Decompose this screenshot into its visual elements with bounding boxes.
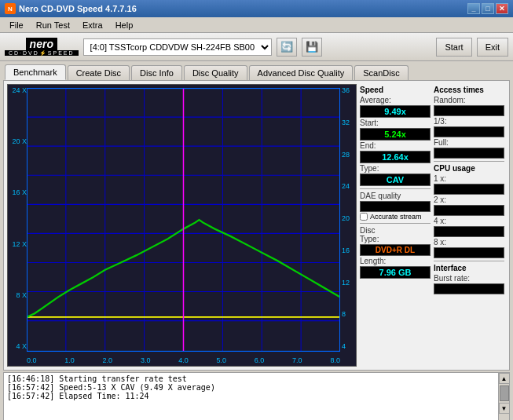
cpu-8-value <box>434 247 504 258</box>
chart-right-labels: 36 32 28 24 20 16 12 8 4 <box>342 85 354 352</box>
chart-right-24: 24 <box>342 182 354 190</box>
chart-x-6: 6.0 <box>255 356 265 364</box>
chart-left-20: 20 X <box>9 137 27 145</box>
chart-inner <box>27 88 340 352</box>
speed-panel: Speed Average: 9.49x Start: 5.24x End: 1… <box>360 86 431 295</box>
accurate-stream-label: Accurate stream <box>370 213 422 221</box>
accurate-stream-checkbox[interactable] <box>360 213 368 221</box>
scroll-down-button[interactable]: ▼ <box>499 403 510 414</box>
refresh-button[interactable]: 🔄 <box>277 38 297 57</box>
random-label: Random: <box>434 96 504 104</box>
chart-right-8: 8 <box>342 310 354 318</box>
cpu-4-value <box>434 226 504 237</box>
chart-x-5: 5.0 <box>216 356 226 364</box>
chart-left-12: 12 X <box>9 240 27 248</box>
onethird-value <box>434 126 504 137</box>
exit-button[interactable]: Exit <box>477 38 508 57</box>
chart-left-4: 4 X <box>9 342 27 350</box>
nero-logo: nero CD·DVD⚡SPEED <box>5 38 79 56</box>
chart-x-3: 3.0 <box>141 356 151 364</box>
right-panels: Speed Average: 9.49x Start: 5.24x End: 1… <box>357 84 506 367</box>
tab-benchmark[interactable]: Benchmark <box>5 64 66 80</box>
menu-extra[interactable]: Extra <box>76 19 109 31</box>
chart-right-12: 12 <box>342 279 354 287</box>
panels-top-row: Speed Average: 9.49x Start: 5.24x End: 1… <box>360 86 506 295</box>
log-line-3: [16:57:42] Elapsed Time: 11:24 <box>7 392 495 400</box>
toolbar: nero CD·DVD⚡SPEED [4:0] TSSTcorp CDDVDW … <box>0 33 513 61</box>
chart-bottom-labels: 0.0 1.0 2.0 3.0 4.0 5.0 6.0 7.0 8.0 <box>27 356 340 364</box>
burst-value <box>434 283 504 294</box>
end-label: End: <box>360 141 431 150</box>
chart-right-28: 28 <box>342 151 354 159</box>
menu-run-test[interactable]: Run Test <box>30 19 76 31</box>
main-content: 24 X 20 X 16 X 12 X 8 X 4 X 36 32 28 24 … <box>3 80 510 371</box>
scroll-up-button[interactable]: ▲ <box>499 373 510 384</box>
minimize-button[interactable]: _ <box>467 3 480 14</box>
disc-type-label: Type: <box>360 235 431 243</box>
log-scrollbar: ▲ ▼ <box>498 373 509 420</box>
log-content: [16:46:18] Starting transfer rate test [… <box>4 373 498 420</box>
disc-header: Disc <box>360 226 431 235</box>
type-value: CAV <box>360 173 431 186</box>
end-value: 12.64x <box>360 151 431 163</box>
onethird-label: 1/3: <box>434 117 504 126</box>
dae-value <box>360 201 431 212</box>
log-line-1: [16:46:18] Starting transfer rate test <box>7 374 495 383</box>
cpu-2-value <box>434 205 504 216</box>
save-button[interactable]: 💾 <box>302 38 322 57</box>
tab-create-disc[interactable]: Create Disc <box>68 65 130 80</box>
chart-right-16: 16 <box>342 247 354 254</box>
tab-scandisc[interactable]: ScanDisc <box>354 65 408 80</box>
app-icon: N <box>5 3 16 14</box>
title-bar: N Nero CD-DVD Speed 4.7.7.16 _ □ ✕ <box>0 0 513 17</box>
full-value <box>434 148 504 159</box>
cpu-header: CPU usage <box>434 164 504 173</box>
start-button[interactable]: Start <box>436 38 471 57</box>
scroll-thumb[interactable] <box>500 385 509 401</box>
cpu-4-label: 4 x: <box>434 217 504 225</box>
menu-file[interactable]: File <box>3 19 30 31</box>
title-controls: _ □ ✕ <box>467 3 508 14</box>
chart-right-20: 20 <box>342 214 354 222</box>
chart-right-32: 32 <box>342 119 354 126</box>
window-title: Nero CD-DVD Speed 4.7.7.16 <box>19 4 137 13</box>
cpu-1-label: 1 x: <box>434 174 504 183</box>
chart-x-2: 2.0 <box>103 356 113 364</box>
dae-header: DAE quality <box>360 192 431 200</box>
log-line-2: [16:57:42] Speed:5-13 X CAV (9.49 X aver… <box>7 383 495 392</box>
interface-header: Interface <box>434 264 504 272</box>
chart-right-36: 36 <box>342 86 354 94</box>
menu-help[interactable]: Help <box>109 19 140 31</box>
disc-length-value: 7.96 GB <box>360 266 431 279</box>
tab-advanced-disc-quality[interactable]: Advanced Disc Quality <box>249 65 354 80</box>
average-value: 9.49x <box>360 105 431 118</box>
chart-svg <box>27 88 340 352</box>
drive-selector[interactable]: [4:0] TSSTcorp CDDVDW SH-224FB SB00 <box>83 38 272 56</box>
chart-x-7: 7.0 <box>292 356 302 364</box>
chart-right-4: 4 <box>342 342 354 350</box>
start-label: Start: <box>360 119 431 127</box>
chart-x-1: 1.0 <box>64 356 75 364</box>
random-value <box>434 105 504 116</box>
menu-bar: File Run Test Extra Help <box>0 17 513 33</box>
chart-left-24: 24 X <box>9 86 27 94</box>
disc-type-value: DVD+R DL <box>360 244 431 256</box>
type-label: Type: <box>360 164 431 173</box>
log-area: [16:46:18] Starting transfer rate test [… <box>3 372 510 420</box>
chart-left-8: 8 X <box>9 291 27 299</box>
tab-disc-quality[interactable]: Disc Quality <box>184 65 247 80</box>
close-button[interactable]: ✕ <box>496 3 508 14</box>
speed-header: Speed <box>360 86 431 94</box>
chart-area: 24 X 20 X 16 X 12 X 8 X 4 X 36 32 28 24 … <box>7 84 357 367</box>
start-value: 5.24x <box>360 128 431 141</box>
average-label: Average: <box>360 96 431 104</box>
chart-x-8: 8.0 <box>330 356 340 364</box>
full-label: Full: <box>434 138 504 147</box>
maximize-button[interactable]: □ <box>482 3 494 14</box>
cpu-2-label: 2 x: <box>434 195 504 204</box>
cpu-8-label: 8 x: <box>434 238 504 247</box>
disc-length-label: Length: <box>360 257 431 265</box>
tab-disc-info[interactable]: Disc Info <box>131 65 182 80</box>
accurate-stream-row: Accurate stream <box>360 213 431 221</box>
chart-x-4: 4.0 <box>178 356 189 364</box>
